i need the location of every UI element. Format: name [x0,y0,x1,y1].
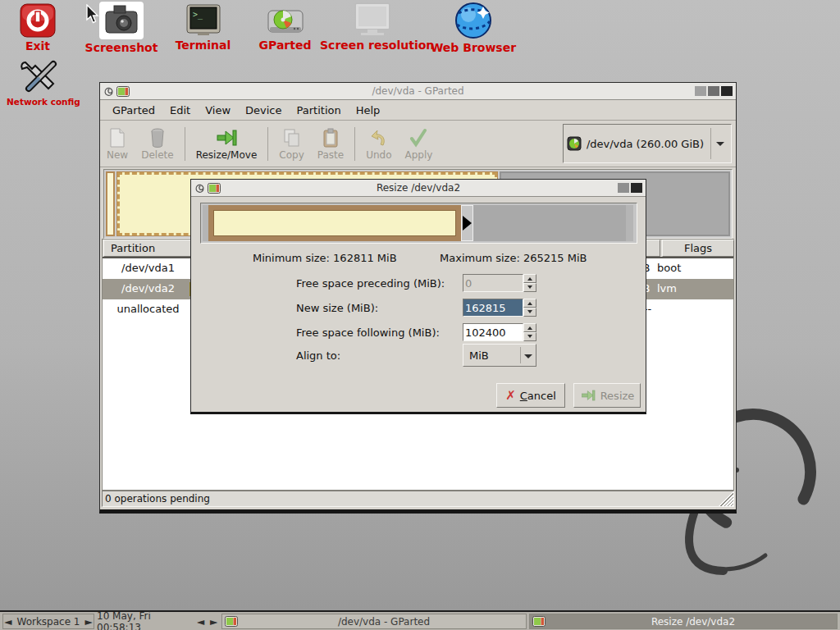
close-button[interactable] [631,183,642,193]
device-combo[interactable]: /dev/vda (260.00 GiB) [563,124,732,163]
slider-free-space-area[interactable] [473,205,626,241]
taskbar: ◄ Workspace 1 ► 10 May, Fri 00:58:13 ◄ ►… [0,610,840,630]
desktop-icon-gparted[interactable]: GParted [254,6,316,52]
slider-partition-area[interactable] [208,205,461,241]
copy-label: Copy [279,149,304,161]
cancel-label-rest: ancel [527,390,556,402]
new-document-icon [108,128,126,148]
tools-icon [17,57,62,95]
main-window-title: /dev/vda - GParted [100,85,736,97]
cancel-x-icon: ✗ [505,390,516,402]
gparted-mini-icon [532,616,546,627]
close-button[interactable] [721,86,733,96]
globe-icon [452,2,495,39]
resize-grip[interactable] [719,491,733,506]
device-disk-icon [567,136,582,151]
preceding-input[interactable] [463,274,523,292]
gparted-mini-icon [225,616,238,627]
clock-text: 10 May, Fri 00:58:13 [97,610,192,630]
desktop-icon-screen-resolution[interactable]: Screen resolution [320,2,425,52]
resize-slider-widget [200,203,637,244]
copy-button[interactable]: Copy [272,121,310,167]
menu-gparted[interactable]: GParted [105,102,162,119]
mouse-cursor [86,4,101,25]
paste-button[interactable]: Paste [311,121,350,167]
workspace-next-icon[interactable]: ► [85,616,93,628]
desktop-icon-label: Network config [7,97,72,107]
workspace-prev-icon[interactable]: ◄ [4,616,11,628]
workspace-label: Workspace 1 [16,616,80,628]
delete-trash-icon [149,128,166,148]
spin-down-icon [527,310,532,316]
maximize-button[interactable] [618,183,629,193]
partition-name: /dev/vda1 [103,262,194,274]
desktop-icon-exit[interactable]: Exit [11,3,64,52]
delete-button[interactable]: Delete [135,121,180,167]
toolbar-separator [185,127,185,161]
workspace-switcher[interactable]: ◄ Workspace 1 ► [2,614,94,629]
maximize-button[interactable] [708,86,719,96]
combo-separator [520,347,521,363]
task-label: Resize /dev/vda2 [550,616,837,628]
toolbar-separator [267,127,268,161]
menu-device[interactable]: Device [238,102,289,119]
minimize-button[interactable] [695,86,706,96]
undo-button[interactable]: Undo [359,121,398,167]
spin-up-icon [527,299,532,305]
resize-dialog: Resize /dev/vda2 Minimum size: 162811 Mi… [190,179,646,414]
cancel-button[interactable]: ✗ Cancel [496,383,565,408]
menu-edit[interactable]: Edit [162,102,198,119]
dialog-title: Resize /dev/vda2 [191,182,646,194]
spin-up-icon [527,324,532,330]
desktop-icon-label: Screen resolution [320,39,425,52]
taskbar-task-resize-dialog[interactable]: Resize /dev/vda2 [529,614,838,629]
cancel-label-underline: C [520,390,527,402]
following-input[interactable] [463,323,523,341]
main-titlebar[interactable]: /dev/vda - GParted [100,83,736,100]
align-dropdown[interactable]: MiB [463,344,536,367]
undo-icon [370,128,388,148]
slider-left-gutter [203,205,208,241]
partition-name: /dev/vda2 [103,282,194,294]
pager-prev-button[interactable]: ◄ [194,614,207,629]
desktop-icon-network-config[interactable]: Network config [7,57,72,107]
new-button[interactable]: New [100,121,135,167]
monitor-icon [351,2,394,37]
menu-help[interactable]: Help [349,102,388,119]
delete-label: Delete [141,149,173,161]
spin-down-icon [527,335,532,340]
new-size-input[interactable] [463,299,523,317]
following-spinner[interactable] [523,323,536,341]
minimum-size-label: Minimum size: 162811 MiB [253,252,397,264]
toolbar: New Delete Resize/Move Copy [100,121,736,167]
desktop-icon-label: Web Browser [428,41,518,54]
pager-next-icon: ► [210,616,217,628]
combo-separator [710,128,711,159]
menu-partition[interactable]: Partition [290,102,349,119]
resize-move-button[interactable]: Resize/Move [189,121,264,167]
desktop-icon-terminal[interactable]: >_ Terminal [168,4,238,52]
slider-right-handle[interactable] [461,205,473,241]
desktop-icon-label: GParted [254,39,316,52]
align-label: Align to: [296,349,340,362]
resize-icon [580,389,596,402]
following-label: Free space following (MiB): [296,326,440,339]
pager-next-button[interactable]: ► [208,614,220,629]
dialog-titlebar[interactable]: Resize /dev/vda2 [191,180,646,197]
apply-button[interactable]: Apply [399,121,440,167]
resize-move-icon [216,128,237,148]
column-header-flags[interactable]: Flags [662,240,734,257]
new-size-label: New size (MiB): [296,302,378,314]
preceding-spinner[interactable] [523,274,536,292]
resize-button[interactable]: Resize [573,383,641,408]
chevron-down-icon [524,354,532,363]
copy-icon [282,128,302,148]
resize-label: Resize [600,390,635,402]
partition-name: unallocated [103,303,194,315]
taskbar-task-gparted[interactable]: /dev/vda - GParted [221,614,527,629]
visual-partition-vda1[interactable] [106,171,115,236]
new-size-spinner[interactable] [523,299,536,317]
toolbar-separator [354,127,355,161]
desktop-icon-web-browser[interactable]: Web Browser [428,2,518,54]
menu-view[interactable]: View [198,102,238,119]
